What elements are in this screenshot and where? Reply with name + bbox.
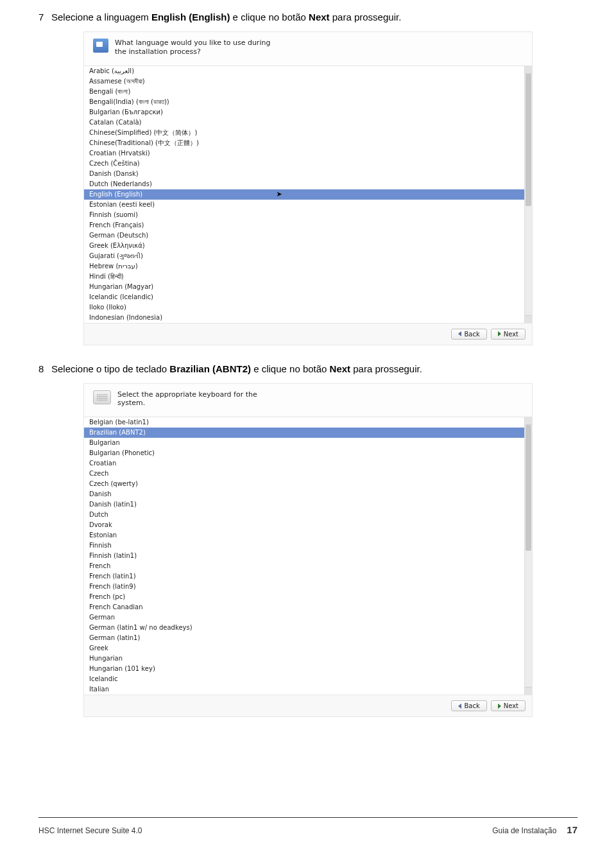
step-text: Selecione o tipo de teclado Brazilian (A… [51, 363, 422, 374]
list-item[interactable]: Indonesian (Indonesia) [84, 313, 524, 323]
step-number: 7 [38, 12, 47, 22]
list-item[interactable]: Assamese (অসমীয়া) [84, 76, 524, 87]
list-item[interactable]: Hungarian [84, 653, 524, 664]
list-item[interactable]: French (latin1) [84, 571, 524, 582]
list-item[interactable]: Hindi (हिन्दी) [84, 272, 524, 282]
list-item[interactable]: Danish (latin1) [84, 499, 524, 510]
list-item[interactable]: Finnish (latin1) [84, 551, 524, 561]
arrow-right-icon [498, 331, 501, 336]
list-item[interactable]: Icelandic [84, 674, 524, 684]
list-item[interactable]: French Canadian [84, 602, 524, 612]
keyboard-list-container: Belgian (be-latin1)Brazilian (ABNT2)Bulg… [84, 417, 532, 695]
list-item[interactable]: Czech [84, 469, 524, 479]
text-part: para prosseguir. [330, 12, 402, 22]
list-item[interactable]: Dutch [84, 510, 524, 520]
list-item[interactable]: French (latin9) [84, 582, 524, 592]
list-item[interactable]: Arabic (العربية) [84, 66, 524, 76]
scroll-down-arrow[interactable] [525, 315, 532, 323]
list-item[interactable]: Gujarati (ગુજરાતી) [84, 251, 524, 261]
scroll-up-arrow[interactable] [525, 417, 532, 425]
scroll-up-arrow[interactable] [525, 66, 532, 74]
list-item[interactable]: Estonian [84, 530, 524, 541]
language-list[interactable]: Arabic (العربية)Assamese (অসমীয়া)Bengal… [84, 66, 524, 323]
scroll-down-arrow[interactable] [525, 687, 532, 695]
list-item[interactable]: Bulgarian [84, 438, 524, 448]
list-item[interactable]: Estonian (eesti keel) [84, 200, 524, 210]
step-8-instruction: 8 Selecione o tipo de teclado Brazilian … [38, 363, 578, 374]
list-item[interactable]: Chinese(Traditional) (中文（正體）) [84, 138, 524, 148]
button-label: Next [504, 331, 518, 338]
list-item[interactable]: German (latin1) [84, 633, 524, 643]
list-item[interactable]: Czech (Čeština) [84, 159, 524, 169]
list-item[interactable]: Hungarian (Magyar) [84, 282, 524, 292]
flag-icon [93, 39, 108, 53]
list-item[interactable]: German (Deutsch) [84, 230, 524, 241]
list-item[interactable]: Greek (Ελληνικά) [84, 241, 524, 251]
list-item[interactable]: Hebrew (עברית) [84, 261, 524, 272]
scroll-track[interactable] [525, 74, 532, 315]
back-button[interactable]: Back [451, 329, 486, 340]
list-item[interactable]: Greek [84, 643, 524, 653]
arrow-left-icon [458, 704, 461, 709]
list-item[interactable]: Bengali (বাংলা) [84, 87, 524, 97]
list-item[interactable]: Czech (qwerty) [84, 479, 524, 489]
scroll-thumb[interactable] [526, 425, 531, 551]
list-item[interactable]: Hungarian (101 key) [84, 664, 524, 674]
scrollbar[interactable] [524, 417, 532, 695]
arrow-left-icon [458, 331, 461, 336]
bold-part: Brazilian (ABNT2) [169, 363, 251, 374]
document-page: 7 Selecione a linguagem English (English… [0, 0, 616, 817]
language-list-container: Arabic (العربية)Assamese (অসমীয়া)Bengal… [84, 65, 532, 323]
list-item[interactable]: Croatian [84, 458, 524, 469]
text-part: para prosseguir. [350, 363, 422, 374]
list-item[interactable]: German [84, 612, 524, 623]
keyboard-list[interactable]: Belgian (be-latin1)Brazilian (ABNT2)Bulg… [84, 417, 524, 695]
arrow-right-icon [498, 704, 501, 709]
list-item[interactable]: Italian [84, 684, 524, 695]
page-footer: HSC Internet Secure Suite 4.0 Guia de In… [38, 817, 578, 848]
list-item[interactable]: Finnish [84, 541, 524, 551]
list-item[interactable]: Iloko (Iloko) [84, 302, 524, 313]
scroll-thumb[interactable] [526, 74, 531, 207]
back-button[interactable]: Back [451, 700, 486, 711]
list-item[interactable]: Bulgarian (Български) [84, 107, 524, 117]
list-item[interactable]: Belgian (be-latin1) [84, 417, 524, 428]
list-item[interactable]: Dutch (Nederlands) [84, 179, 524, 189]
language-selection-screenshot: What language would you like to use duri… [83, 31, 533, 345]
button-label: Back [464, 702, 479, 709]
step-number: 8 [38, 363, 47, 374]
footer-left: HSC Internet Secure Suite 4.0 [38, 826, 492, 835]
dialog-header-text: What language would you like to use duri… [115, 39, 282, 56]
list-item[interactable]: Danish [84, 489, 524, 499]
bold-part: English (English) [151, 12, 230, 22]
dialog-header: Select the appropriate keyboard for the … [84, 384, 532, 417]
list-item[interactable]: Danish (Dansk) [84, 169, 524, 179]
list-item[interactable]: Bulgarian (Phonetic) [84, 448, 524, 458]
list-item[interactable]: French [84, 561, 524, 571]
list-item[interactable]: Icelandic (Icelandic) [84, 292, 524, 302]
scrollbar[interactable] [524, 66, 532, 323]
list-item[interactable]: Finnish (suomi) [84, 210, 524, 220]
list-item[interactable]: Bengali(India) (বাংলা (ভারত)) [84, 97, 524, 107]
bold-part: Next [309, 12, 330, 22]
list-item[interactable]: Catalan (Català) [84, 117, 524, 128]
text-part: e clique no botão [230, 12, 309, 22]
keyboard-selection-screenshot: Select the appropriate keyboard for the … [83, 383, 533, 718]
list-item[interactable]: Croatian (Hrvatski) [84, 148, 524, 159]
list-item[interactable]: Dvorak [84, 520, 524, 530]
keyboard-icon [93, 390, 111, 404]
scroll-track[interactable] [525, 425, 532, 687]
list-item[interactable]: English (English)➤ [84, 189, 524, 200]
dialog-header-text: Select the appropriate keyboard for the … [117, 390, 284, 408]
next-button[interactable]: Next [491, 329, 526, 340]
list-item[interactable]: French (pc) [84, 592, 524, 602]
list-item[interactable]: French (Français) [84, 220, 524, 230]
list-item[interactable]: Brazilian (ABNT2) [84, 428, 524, 438]
text-part: e clique no botão [251, 363, 330, 374]
next-button[interactable]: Next [491, 700, 526, 711]
dialog-footer: Back Next [84, 695, 532, 716]
list-item[interactable]: Chinese(Simplified) (中文（简体）) [84, 128, 524, 138]
step-7-instruction: 7 Selecione a linguagem English (English… [38, 12, 578, 22]
cursor-icon: ➤ [276, 190, 282, 199]
list-item[interactable]: German (latin1 w/ no deadkeys) [84, 623, 524, 633]
